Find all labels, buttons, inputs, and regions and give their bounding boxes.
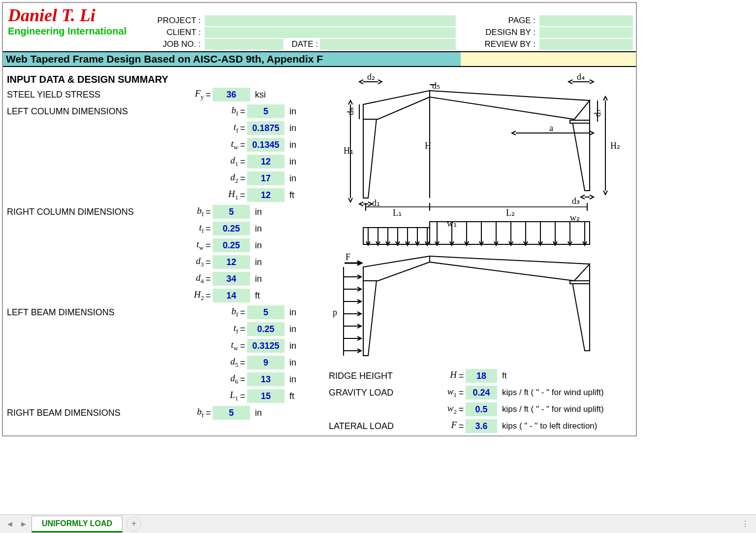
- svg-text:d₃: d₃: [572, 196, 580, 206]
- title-left-col: LEFT COLUMN DIMENSIONS: [7, 106, 194, 117]
- svg-text:p: p: [333, 307, 337, 317]
- row-lb-3: d5=9in: [7, 354, 327, 371]
- val-lc-3[interactable]: 12: [247, 155, 284, 168]
- val-lc-1[interactable]: 0.1875: [247, 121, 284, 135]
- header: Daniel T. Li Engineering International P…: [3, 3, 636, 52]
- row-rc-5: H2=14ft: [7, 287, 327, 304]
- left-pane: INPUT DATA & DESIGN SUMMARY STEEL YIELD …: [7, 70, 327, 434]
- svg-text:a: a: [549, 123, 553, 133]
- svg-text:d₆: d₆: [346, 107, 355, 115]
- val-lc-5[interactable]: 12: [247, 188, 284, 202]
- svg-text:d₂: d₂: [367, 72, 375, 82]
- val-lc-2[interactable]: 0.1345: [247, 138, 284, 152]
- val-H[interactable]: 18: [466, 369, 497, 383]
- row-rc-4: d4=34in: [7, 270, 327, 287]
- svg-text:L₁: L₁: [393, 208, 402, 218]
- svg-rect-57: [570, 281, 590, 284]
- title-left-beam: LEFT BEAM DIMENSIONS: [7, 307, 194, 318]
- field-page[interactable]: [539, 15, 633, 26]
- row-rc-1: tf=0.25in: [7, 220, 327, 237]
- worksheet: Daniel T. Li Engineering International P…: [2, 2, 637, 436]
- field-designby[interactable]: [539, 27, 633, 38]
- val-rc-3[interactable]: 12: [213, 255, 250, 269]
- title-pad: [461, 52, 636, 66]
- tab-menu-icon[interactable]: ⋮: [741, 519, 750, 529]
- val-rc-1[interactable]: 0.25: [213, 222, 250, 235]
- row-lb-2: tw=0.3125in: [7, 337, 327, 354]
- svg-marker-2: [430, 91, 590, 122]
- val-lc-0[interactable]: 5: [247, 104, 284, 118]
- row-lb-4: d6=13in: [7, 371, 327, 388]
- val-lb-3[interactable]: 9: [247, 356, 284, 369]
- row-rc-3: d3=12in: [7, 254, 327, 270]
- val-fy[interactable]: 36: [213, 88, 250, 101]
- label-project: PROJECT :: [146, 16, 203, 26]
- field-client[interactable]: [205, 27, 456, 38]
- rrow-3: LATERAL LOAD F = 3.6 kips ( " - " to lef…: [329, 418, 632, 434]
- field-jobno[interactable]: [205, 39, 284, 50]
- field-reviewby[interactable]: [539, 39, 633, 50]
- logo-name: Daniel T. Li: [8, 5, 141, 26]
- label-reviewby: REVIEW BY :: [456, 39, 537, 49]
- val-rc-4[interactable]: 34: [213, 272, 250, 286]
- svg-text:d₇: d₇: [593, 109, 602, 117]
- title-bar: Web Tapered Frame Design Based on AISC-A…: [3, 52, 636, 67]
- section-head: INPUT DATA & DESIGN SUMMARY: [7, 74, 327, 85]
- svg-text:w₂: w₂: [570, 213, 580, 223]
- label-designby: DESIGN BY :: [456, 28, 537, 37]
- val-lc-4[interactable]: 17: [247, 171, 284, 185]
- right-pane: d₂ d₄ d₅ d₆ d₇ H₁ H₂ H d₁ d₃ L₁ L₂ a: [327, 70, 632, 434]
- add-sheet-icon[interactable]: +: [126, 517, 141, 532]
- rrow-0: RIDGE HEIGHT H = 18 ft: [329, 367, 632, 384]
- logo-block: Daniel T. Li Engineering International: [3, 3, 146, 51]
- title-right-beam: RIGHT BEAM DIMENSIONS: [7, 408, 194, 418]
- label-client: CLIENT :: [146, 28, 203, 37]
- val-lb-4[interactable]: 13: [247, 372, 284, 386]
- val-F[interactable]: 3.6: [466, 419, 497, 433]
- svg-text:w₁: w₁: [447, 219, 457, 229]
- svg-text:F: F: [346, 252, 350, 262]
- row-rb-0: RIGHT BEAM DIMENSIONSbf=5in: [7, 404, 327, 421]
- field-date[interactable]: [320, 39, 456, 50]
- val-rc-2[interactable]: 0.25: [213, 238, 250, 252]
- field-project[interactable]: [205, 15, 456, 26]
- content: INPUT DATA & DESIGN SUMMARY STEEL YIELD …: [3, 67, 636, 435]
- val-rb-0[interactable]: 5: [213, 406, 250, 420]
- tab-uniformly-load[interactable]: UNIFORMLY LOAD: [32, 516, 123, 533]
- title-right-col: RIGHT COLUMN DIMENSIONS: [7, 207, 194, 217]
- row-rc-0: RIGHT COLUMN DIMENSIONSbf=5in: [7, 203, 327, 220]
- row-lb-5: L1=15ft: [7, 388, 327, 404]
- svg-text:d₄: d₄: [577, 72, 585, 82]
- row-lb-1: tf=0.25in: [7, 321, 327, 337]
- val-w1[interactable]: 0.24: [466, 386, 497, 400]
- rrow-2: w2 = 0.5 kips / ft ( " - " for wind upli…: [329, 401, 632, 418]
- svg-text:H₂: H₂: [610, 141, 620, 151]
- svg-text:H₁: H₁: [344, 146, 353, 156]
- label-jobno: JOB NO. :: [146, 39, 203, 49]
- val-lb-2[interactable]: 0.3125: [247, 339, 284, 353]
- frame-diagram: d₂ d₄ d₅ d₆ d₇ H₁ H₂ H d₁ d₃ L₁ L₂ a: [329, 70, 629, 366]
- svg-text:H: H: [425, 141, 431, 151]
- logo-sub: Engineering International: [8, 26, 141, 37]
- val-lb-0[interactable]: 5: [247, 305, 284, 319]
- val-rc-0[interactable]: 5: [213, 205, 250, 219]
- svg-marker-1: [363, 91, 430, 119]
- row-lc-0: LEFT COLUMN DIMENSIONS bf = 5 in: [7, 103, 327, 120]
- row-rc-2: tw=0.25in: [7, 237, 327, 254]
- label-fy: STEEL YIELD STRESS: [7, 90, 184, 100]
- val-rc-5[interactable]: 14: [213, 289, 250, 302]
- tab-bar: ◄ ► UNIFORMLY LOAD + ⋮: [0, 514, 756, 533]
- rrow-1: GRAVITY LOAD w1 = 0.24 kips / ft ( " - "…: [329, 384, 632, 401]
- svg-marker-55: [430, 256, 590, 283]
- val-lb-5[interactable]: 15: [247, 389, 284, 403]
- val-w2[interactable]: 0.5: [466, 402, 497, 416]
- val-lb-1[interactable]: 0.25: [247, 322, 284, 336]
- tab-prev-icon[interactable]: ◄: [3, 520, 17, 529]
- svg-marker-54: [363, 256, 430, 281]
- right-inputs: RIDGE HEIGHT H = 18 ft GRAVITY LOAD w1 =…: [329, 367, 632, 434]
- row-lb-0: LEFT BEAM DIMENSIONSbf=5in: [7, 304, 327, 321]
- svg-rect-4: [570, 120, 590, 123]
- svg-text:d₁: d₁: [372, 198, 380, 208]
- sym-fy: Fy: [184, 88, 204, 101]
- tab-next-icon[interactable]: ►: [17, 520, 31, 529]
